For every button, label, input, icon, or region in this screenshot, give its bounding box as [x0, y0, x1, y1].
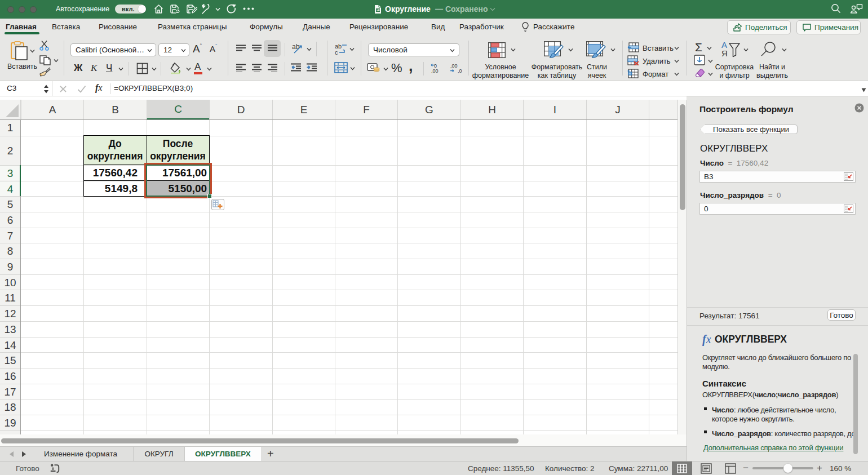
svg-text:,00: ,00	[431, 68, 439, 73]
svg-text:c: c	[335, 49, 338, 55]
svg-text:ab: ab	[292, 43, 300, 51]
svg-text:,00: ,00	[450, 63, 458, 69]
svg-text:,0: ,0	[458, 68, 462, 73]
